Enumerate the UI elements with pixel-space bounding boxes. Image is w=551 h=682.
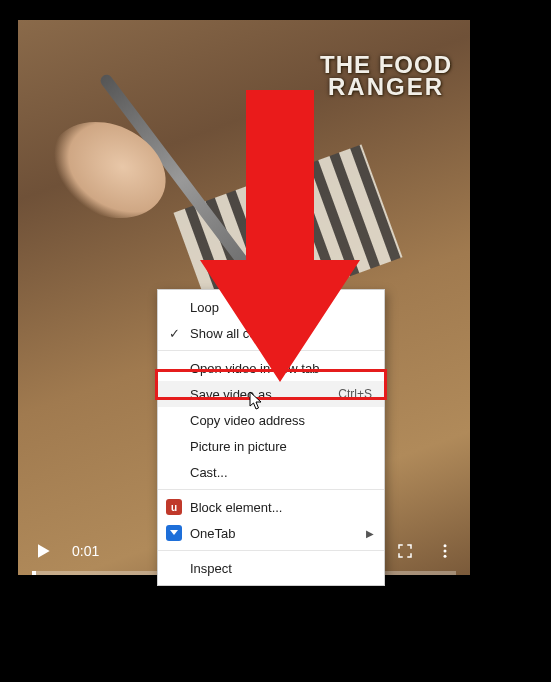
ctx-item-label: Loop	[190, 300, 372, 315]
current-time: 0:01	[72, 543, 99, 559]
watermark-line2: RANGER	[320, 76, 452, 98]
progress-bar-fill	[32, 571, 36, 575]
svg-point-0	[444, 544, 447, 547]
play-button[interactable]	[32, 540, 54, 562]
ctx-item-loop[interactable]: Loop	[158, 294, 384, 320]
ctx-item-cast[interactable]: Cast...	[158, 459, 384, 485]
ctx-item-label: Picture in picture	[190, 439, 372, 454]
more-options-button[interactable]	[434, 540, 456, 562]
ctx-item-inspect[interactable]: Inspect	[158, 555, 384, 581]
ctx-item-copy-address[interactable]: Copy video address	[158, 407, 384, 433]
separator	[158, 350, 384, 351]
video-watermark: THE FOOD RANGER	[320, 54, 452, 97]
svg-point-2	[444, 555, 447, 558]
ctx-item-block-element[interactable]: u Block element...	[158, 494, 384, 520]
ctx-item-label: Show all controls	[190, 326, 372, 341]
ctx-item-label: Block element...	[190, 500, 372, 515]
ctx-item-label: Copy video address	[190, 413, 372, 428]
ctx-item-onetab[interactable]: OneTab ▶	[158, 520, 384, 546]
ctx-item-shortcut: Ctrl+S	[338, 387, 372, 401]
check-icon: ✓	[166, 326, 182, 341]
ctx-item-open-new-tab[interactable]: Open video in new tab	[158, 355, 384, 381]
ublock-icon: u	[166, 499, 182, 515]
submenu-arrow-icon: ▶	[366, 528, 374, 539]
ctx-item-picture-in-picture[interactable]: Picture in picture	[158, 433, 384, 459]
ctx-item-label: Save video as...	[190, 387, 338, 402]
ctx-item-label: Cast...	[190, 465, 372, 480]
ctx-item-save-video-as[interactable]: Save video as... Ctrl+S	[158, 381, 384, 407]
separator	[158, 550, 384, 551]
separator	[158, 489, 384, 490]
ctx-item-label: OneTab	[190, 526, 372, 541]
svg-point-1	[444, 550, 447, 553]
context-menu: Loop ✓ Show all controls Open video in n…	[157, 289, 385, 586]
onetab-icon	[166, 525, 182, 541]
video-frame-detail	[35, 104, 182, 236]
ctx-item-label: Open video in new tab	[190, 361, 372, 376]
fullscreen-button[interactable]	[394, 540, 416, 562]
ctx-item-show-all-controls[interactable]: ✓ Show all controls	[158, 320, 384, 346]
ctx-item-label: Inspect	[190, 561, 372, 576]
